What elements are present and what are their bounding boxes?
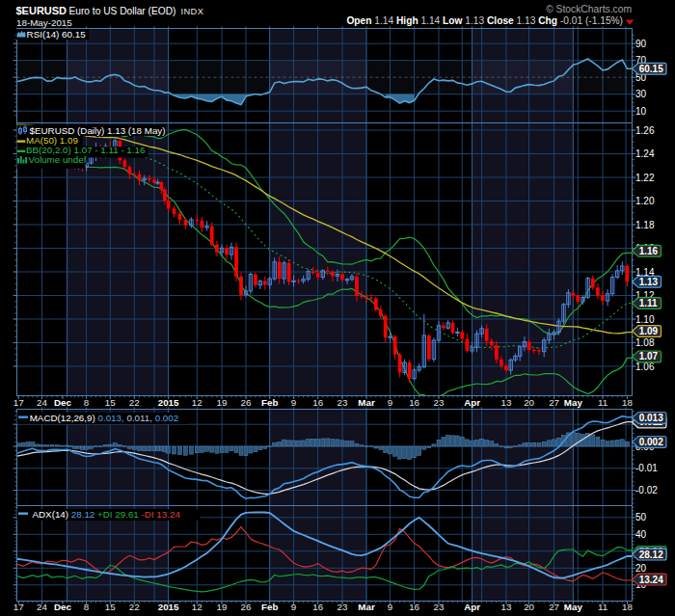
svg-text:Euro to US Dollar (EOD): Euro to US Dollar (EOD) [69,6,176,16]
svg-text:-0.01: -0.01 [635,463,658,473]
svg-text:1.22: 1.22 [635,173,655,183]
svg-text:Apr: Apr [464,397,480,408]
svg-text:17: 17 [14,397,24,408]
svg-text:20: 20 [524,602,534,612]
svg-text:9: 9 [291,602,296,612]
svg-text:1.11: 1.11 [639,298,658,308]
svg-text:Volume undef: Volume undef [29,154,87,165]
svg-text:30: 30 [635,89,647,99]
svg-text:24: 24 [37,602,47,612]
svg-text:Mar: Mar [358,397,375,408]
svg-text:27: 27 [549,397,559,408]
svg-text:13: 13 [501,602,512,612]
svg-text:28.12: 28.12 [639,549,663,560]
svg-text:17: 17 [14,602,24,612]
svg-text:$EURUSD: $EURUSD [16,5,68,16]
svg-text:24: 24 [37,397,47,408]
svg-text:13.24: 13.24 [639,575,663,585]
svg-text:11: 11 [598,397,608,408]
svg-text:9: 9 [388,397,392,408]
svg-text:60.15: 60.15 [639,64,663,74]
svg-text:2015: 2015 [158,602,179,612]
svg-text:12: 12 [192,397,202,408]
svg-text:1.18: 1.18 [635,220,655,230]
svg-text:INDX: INDX [181,7,204,16]
svg-text:1.24: 1.24 [635,148,655,159]
svg-text:18: 18 [622,602,633,612]
svg-text:10: 10 [635,106,647,117]
svg-text:23: 23 [338,397,348,408]
svg-text:0.002: 0.002 [639,437,663,447]
svg-text:Apr: Apr [464,602,480,612]
svg-text:20: 20 [524,397,534,408]
svg-text:1.07: 1.07 [639,351,659,362]
svg-text:16: 16 [409,397,419,408]
svg-text:RSI(14) 60.15: RSI(14) 60.15 [27,29,87,40]
svg-text:11: 11 [598,602,608,612]
svg-text:19: 19 [217,397,228,408]
svg-text:12: 12 [192,602,202,612]
svg-text:9: 9 [291,397,296,408]
svg-text:1.26: 1.26 [635,125,655,136]
svg-text:May: May [564,397,583,408]
svg-text:16: 16 [312,602,323,612]
svg-text:Feb: Feb [261,602,278,612]
svg-text:16: 16 [312,397,323,408]
svg-text:50: 50 [635,512,647,522]
svg-text:19: 19 [217,602,228,612]
svg-text:© StockCharts.com: © StockCharts.com [546,4,632,14]
svg-text:20: 20 [635,563,647,574]
svg-text:15: 15 [105,397,116,408]
svg-text:13: 13 [501,397,512,408]
svg-text:23: 23 [434,602,445,612]
svg-text:Open 1.14 High 1.14 Low 1.13 C: Open 1.14 High 1.14 Low 1.13 Close 1.13 … [346,15,623,26]
svg-text:8: 8 [84,397,90,408]
svg-text:2015: 2015 [158,397,179,408]
svg-text:23: 23 [434,397,445,408]
svg-text:16: 16 [409,602,419,612]
svg-text:-0.02: -0.02 [635,485,658,495]
svg-text:23: 23 [338,602,348,612]
svg-text:Dec: Dec [54,397,72,408]
svg-text:1.20: 1.20 [635,196,655,206]
svg-text:1.08: 1.08 [635,337,655,348]
svg-text:22: 22 [129,397,140,408]
svg-text:1.09: 1.09 [639,326,659,336]
svg-text:Mar: Mar [358,602,375,612]
svg-text:MACD(12,26,9) 0.013, 0.011, 0.: MACD(12,26,9) 0.013, 0.011, 0.002 [30,413,179,423]
svg-text:27: 27 [549,602,559,612]
svg-text:18-May-2015: 18-May-2015 [16,17,72,28]
svg-text:15: 15 [105,602,116,612]
svg-text:Dec: Dec [54,602,72,612]
svg-text:1.13: 1.13 [639,277,659,287]
svg-text:22: 22 [129,602,140,612]
svg-text:1.16: 1.16 [639,246,659,256]
svg-text:90: 90 [635,39,647,49]
svg-text:May: May [564,602,583,612]
svg-text:18: 18 [622,397,633,408]
svg-text:9: 9 [388,602,392,612]
svg-text:26: 26 [241,397,252,408]
svg-text:1.10: 1.10 [635,314,655,325]
svg-text:40: 40 [635,529,647,540]
svg-text:Feb: Feb [261,397,278,408]
svg-text:26: 26 [241,602,252,612]
svg-text:8: 8 [84,602,90,612]
svg-text:ADX(14) 28.12 +DI 29.61 -DI 13: ADX(14) 28.12 +DI 29.61 -DI 13.24 [33,509,181,520]
svg-text:0.013: 0.013 [639,413,663,423]
